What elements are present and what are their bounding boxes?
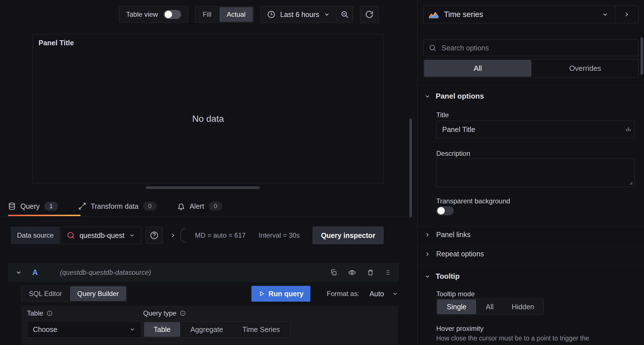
fill-actual-group: Fill Actual <box>195 6 254 23</box>
info-icon <box>180 310 186 316</box>
tooltip-mode-hidden[interactable]: Hidden <box>503 299 543 315</box>
chevron-down-icon <box>324 11 330 18</box>
query-builder-option[interactable]: Query Builder <box>70 287 126 301</box>
tooltip-section[interactable]: Tooltip <box>424 272 460 281</box>
refresh-button[interactable] <box>360 6 379 23</box>
options-filter-tabs: All Overrides <box>423 59 639 78</box>
transparent-background-label: Transparent background <box>436 197 510 205</box>
collapsed-pill-fragment <box>180 228 185 242</box>
transparent-background-toggle[interactable] <box>436 206 454 215</box>
query-builder-form: Table Choose Query type Table <box>21 305 398 345</box>
query-count-badge: 1 <box>44 202 58 211</box>
table-field: Table Choose <box>27 309 141 338</box>
query-row-header[interactable]: A (questdb-questdb-datasource) <box>8 263 399 282</box>
table-view-control[interactable]: Table view <box>119 6 188 23</box>
grafana-panel-editor: Table view Fill Actual Last 6 hours <box>0 0 644 345</box>
sidebar-scrollbar[interactable] <box>641 37 643 75</box>
zoom-out-button[interactable] <box>336 6 353 23</box>
delete-query-icon[interactable] <box>367 269 374 276</box>
chevron-down-icon <box>424 93 431 99</box>
editor-tabs: Query 1 Transform data 0 Alert 0 <box>8 198 222 214</box>
repeat-options-section[interactable]: Repeat options <box>424 250 484 258</box>
tooltip-mode-all[interactable]: All <box>477 299 503 315</box>
visualization-name: Time series <box>444 10 602 19</box>
chevron-right-icon[interactable] <box>170 232 176 239</box>
clock-icon <box>267 10 276 19</box>
format-as-label: Format as: <box>327 290 359 298</box>
tab-alert-label: Alert <box>190 202 204 210</box>
play-icon <box>258 290 265 297</box>
transform-count-badge: 0 <box>143 202 157 211</box>
query-inspector-button[interactable]: Query inspector <box>313 227 384 244</box>
query-type-table[interactable]: Table <box>144 322 180 337</box>
run-query-button[interactable]: Run query <box>251 286 310 302</box>
options-search-input[interactable] <box>441 44 633 52</box>
datasource-name: questdb-quest <box>79 231 124 240</box>
table-view-toggle[interactable] <box>164 10 181 19</box>
vertical-scrollbar[interactable] <box>409 118 412 218</box>
bell-icon <box>177 202 185 210</box>
alert-count-badge: 0 <box>209 202 222 211</box>
fill-option[interactable]: Fill <box>195 7 219 22</box>
tab-transform-label: Transform data <box>91 202 139 210</box>
chevron-down-icon <box>129 232 135 238</box>
query-type-aggregate[interactable]: Aggregate <box>181 321 233 337</box>
options-tab-all[interactable]: All <box>424 60 531 76</box>
chevron-down-icon[interactable] <box>15 269 22 276</box>
divider <box>418 266 644 266</box>
tab-query[interactable]: Query 1 <box>8 202 58 211</box>
run-query-label: Run query <box>268 290 304 298</box>
editor-mode-group: SQL Editor Query Builder <box>21 286 127 302</box>
horizontal-scrollbar[interactable] <box>146 186 260 189</box>
duplicate-query-icon[interactable] <box>330 269 337 276</box>
tab-transform[interactable]: Transform data 0 <box>78 202 157 211</box>
collapse-pane-button[interactable] <box>615 11 638 18</box>
resize-handle-icon[interactable] <box>628 180 633 185</box>
panel-title[interactable]: Panel Title <box>39 39 74 47</box>
time-range-picker[interactable]: Last 6 hours <box>261 6 336 23</box>
tooltip-mode-single[interactable]: Single <box>437 300 476 314</box>
chevron-right-icon <box>424 232 431 238</box>
hide-query-icon[interactable] <box>348 269 356 276</box>
hover-proximity-help: How close the cursor must be to a point … <box>436 334 635 343</box>
tab-alert[interactable]: Alert 0 <box>177 202 222 211</box>
table-field-label: Table <box>27 309 43 317</box>
query-type-timeseries[interactable]: Time Series <box>233 321 289 337</box>
time-controls: Last 6 hours <box>260 6 353 23</box>
chevron-down-icon <box>602 11 609 18</box>
tooltip-mode-label: Tooltip mode <box>436 290 475 298</box>
divider <box>418 85 644 85</box>
panel-options-heading: Panel options <box>436 92 484 101</box>
editor-toolbar: Table view Fill Actual Last 6 hours <box>119 6 379 23</box>
tooltip-heading: Tooltip <box>436 272 460 281</box>
format-as-value[interactable]: Auto <box>370 290 384 298</box>
datasource-help-button[interactable] <box>146 227 163 244</box>
query-type-group: Table Aggregate Time Series <box>143 321 290 338</box>
table-select-value: Choose <box>33 325 57 334</box>
chevron-down-icon <box>424 273 431 280</box>
transform-icon <box>78 202 86 210</box>
panel-links-section[interactable]: Panel links <box>424 231 471 239</box>
options-search[interactable] <box>423 40 639 56</box>
title-label: Title <box>436 111 449 119</box>
actual-option[interactable]: Actual <box>220 7 253 22</box>
interval-stat: Interval = 30s <box>259 231 300 239</box>
time-range-label: Last 6 hours <box>280 10 319 19</box>
panel-options-section[interactable]: Panel options <box>424 92 484 101</box>
database-icon <box>8 202 16 210</box>
visualization-picker[interactable]: Time series <box>423 6 639 23</box>
panel-description-input[interactable] <box>436 159 635 187</box>
query-datasource-hint: (questdb-questdb-datasource) <box>60 269 151 276</box>
suggestion-bars-icon[interactable] <box>625 126 632 133</box>
sql-editor-option[interactable]: SQL Editor <box>22 286 69 302</box>
query-type-field: Query type Table Aggregate Time Series <box>143 309 290 338</box>
datasource-picker[interactable]: questdb-quest <box>61 227 141 244</box>
panel-title-input[interactable] <box>436 121 635 138</box>
divider <box>418 227 644 227</box>
table-select[interactable]: Choose <box>27 321 141 338</box>
drag-handle-icon[interactable] <box>385 269 391 276</box>
chevron-down-icon[interactable] <box>392 291 398 297</box>
questdb-logo-icon <box>67 231 75 239</box>
hover-proximity-label: Hover proximity <box>436 325 484 333</box>
options-tab-overrides[interactable]: Overrides <box>532 59 638 77</box>
